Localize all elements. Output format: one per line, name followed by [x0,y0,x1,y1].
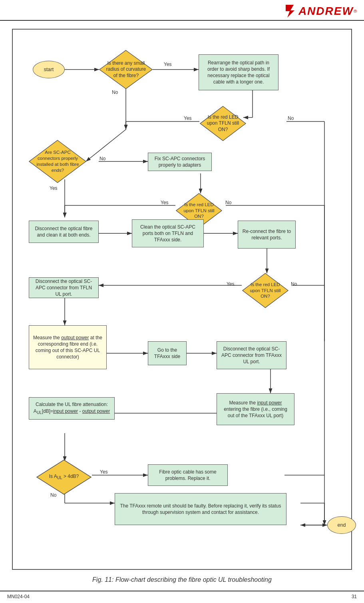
no-label-5: No [291,281,297,287]
flowchart-container: start Is there any small radius of curva… [21,38,343,557]
r6-text: Disconnect the optical SC-APC connector … [32,278,95,298]
r12-node: Fibre optic cable has some problems. Rep… [148,464,228,486]
q2-text: Is the red LED upon TFLN still ON? [199,114,247,133]
diagram-box: start Is there any small radius of curva… [12,29,352,570]
footer: MN024-04 31 [0,591,364,602]
yes-label-4: Yes [161,200,169,205]
r11-text: Calculate the UL fibre attenuation:AUL[d… [34,401,110,415]
r10-text: Measure the input power entering the fib… [220,400,291,419]
q5-node: Is the red LED upon TFLN still ON? [242,273,289,308]
q3-node: Are SC-APC connectors properly installed… [29,139,87,183]
end-label: end [338,522,346,528]
r2-text: Fix SC-APC connectors properly to adapte… [151,155,208,168]
q6-node: Is AUL > 4dB? [36,459,92,495]
r9-text: Disconnect the optical SC-APC connector … [220,346,283,365]
r12-text: Fibre optic cable has some problems. Rep… [151,469,224,482]
r11-node: Calculate the UL fibre attenuation:AUL[d… [29,397,115,420]
no-label-1: No [112,90,118,95]
logo-text: ANDREW [298,5,354,18]
caption: Fig. 11: Flow-chart describing the fibre… [12,576,352,583]
q5-text: Is the red LED upon TFLN still ON? [242,282,289,300]
q6-text: Is AUL > 4dB? [44,474,85,480]
svg-marker-0 [286,5,294,18]
r8-text: Go to the TFAxxx side [151,347,183,360]
logo-registered: ® [354,9,357,14]
main-content: start Is there any small radius of curva… [0,21,364,587]
r7-node: Measure the output power at the correspo… [29,325,107,369]
r1-text: Rearrange the optical path in order to a… [202,60,275,86]
r9-node: Disconnect the optical SC-APC connector … [217,341,286,369]
r5-node: Re-connect the fibre to relevant ports. [238,221,296,249]
no-label-4: No [225,200,231,205]
yes-label-6: Yes [100,469,108,475]
no-label-3: No [99,156,105,161]
no-label-2: No [288,115,294,121]
q1-text: Is there any small radius of curvature o… [99,60,153,79]
r4-node: Clean the optical SC-APC ports both on T… [132,219,204,247]
logo: ANDREW® [282,4,357,18]
footer-right: 31 [352,594,357,599]
r5-text: Re-connect the fibre to relevant ports. [241,228,292,241]
r3-text: Disconnect the optical fibre and clean i… [32,225,95,238]
r4-text: Clean the optical SC-APC ports both on T… [135,224,200,243]
svg-line-39 [86,129,126,161]
q2-node: Is the red LED upon TFLN still ON? [199,105,247,141]
r13-text: The TFAxxx remote unit should be faulty.… [118,503,283,515]
r3-node: Disconnect the optical fibre and clean i… [29,221,99,243]
q1-node: Is there any small radius of curvature o… [99,50,153,90]
start-label: start [44,66,54,73]
r1-node: Rearrange the optical path in order to a… [199,54,278,90]
yes-label-2: Yes [184,115,192,121]
yes-label-5: Yes [227,281,235,287]
r13-node: The TFAxxx remote unit should be faulty.… [115,493,286,525]
end-node: end [327,516,356,534]
start-node: start [33,61,65,78]
logo-icon [282,4,298,18]
q6-label: Is AUL > 4dB? [49,474,79,479]
r6-node: Disconnect the optical SC-APC connector … [29,277,99,298]
yes-label-3: Yes [50,185,58,191]
r10-node: Measure the input power entering the fib… [217,393,294,425]
no-label-6: No [50,492,56,498]
yes-label-1: Yes [164,62,172,67]
r7-text: Measure the output power at the correspo… [32,334,103,360]
header: ANDREW® [0,0,364,21]
q4-text: Is the red LED upon TFLN still ON? [175,202,223,220]
footer-left: MN024-04 [7,594,30,599]
r8-node: Go to the TFAxxx side [148,341,187,365]
q3-text: Are SC-APC connectors properly installed… [29,149,87,173]
r2-node: Fix SC-APC connectors properly to adapte… [148,153,212,171]
